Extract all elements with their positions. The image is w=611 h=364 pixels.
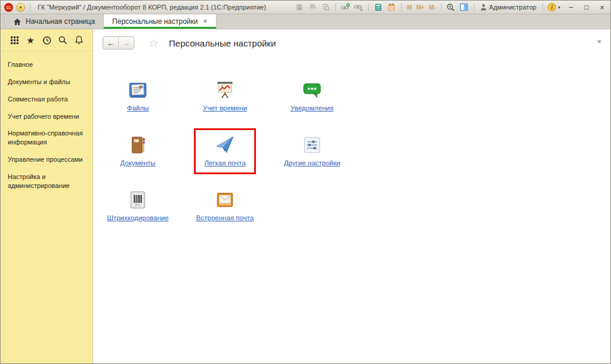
menu-grid-button[interactable] bbox=[8, 34, 20, 46]
print-preview-icon bbox=[322, 3, 330, 11]
envelope-icon bbox=[215, 190, 235, 210]
tile-builtin-mail[interactable]: Встроенная почта bbox=[181, 183, 269, 238]
calculator-button[interactable] bbox=[373, 2, 384, 13]
tab-close-icon[interactable]: × bbox=[203, 17, 208, 26]
memory-m-minus-button[interactable]: M- bbox=[428, 2, 437, 13]
split-window-button[interactable] bbox=[459, 2, 470, 13]
sidebar-item-reference-info[interactable]: Нормативно-справочная информация bbox=[1, 125, 92, 151]
separator bbox=[441, 3, 442, 11]
history-button[interactable] bbox=[41, 34, 53, 46]
svg-text:31: 31 bbox=[390, 6, 393, 10]
tile-notifications[interactable]: Уведомления bbox=[269, 73, 356, 128]
favorites-button[interactable]: ★ bbox=[24, 34, 36, 46]
separator bbox=[401, 3, 402, 11]
sidebar-item-settings-administration[interactable]: Настройка и администрирование bbox=[1, 168, 92, 195]
back-button[interactable]: ← bbox=[103, 37, 118, 49]
tile-documents[interactable]: Документы bbox=[94, 128, 181, 183]
separator bbox=[30, 3, 30, 11]
1c-logo-icon: 1С bbox=[4, 3, 13, 12]
separator bbox=[368, 3, 369, 11]
info-button[interactable]: i ▾ bbox=[547, 2, 560, 12]
user-indicator[interactable]: Администратор bbox=[479, 4, 538, 11]
info-icon: i bbox=[547, 2, 557, 12]
sidebar-toolbar: ★ bbox=[1, 29, 92, 51]
notifications-button[interactable] bbox=[73, 34, 85, 46]
save-icon bbox=[295, 3, 304, 11]
print-icon bbox=[308, 3, 317, 11]
app-window: 1С ▾ ГК "Меркурий" / Документооборот 8 К… bbox=[0, 0, 611, 364]
save-button[interactable] bbox=[294, 2, 305, 13]
search-icon bbox=[58, 35, 67, 45]
notification-bubble-icon bbox=[302, 80, 322, 100]
memory-m-plus-button[interactable]: M+ bbox=[415, 2, 425, 13]
tile-other-settings[interactable]: Другие настройки bbox=[269, 128, 356, 183]
tab-label: Начальная страница bbox=[26, 17, 95, 26]
window-close-button[interactable]: × bbox=[597, 2, 607, 12]
history-clock-icon bbox=[42, 35, 52, 45]
tile-time-tracking[interactable]: Учет времени bbox=[181, 73, 269, 128]
caret-down-icon: ▾ bbox=[558, 5, 560, 10]
grid-icon bbox=[10, 36, 19, 45]
add-link-icon bbox=[341, 3, 350, 11]
sections-menu: Главное Документы и файлы Совместная раб… bbox=[1, 51, 92, 195]
tab-personal-settings[interactable]: Персональные настройки × bbox=[104, 14, 216, 29]
tile-label[interactable]: Уведомления bbox=[291, 104, 334, 112]
star-outline-icon: ☆ bbox=[149, 37, 159, 50]
sidebar-item-time-tracking[interactable]: Учет рабочего времени bbox=[1, 108, 92, 125]
print-button[interactable] bbox=[307, 2, 318, 13]
sidebar-item-main[interactable]: Главное bbox=[1, 56, 92, 73]
separator bbox=[474, 3, 474, 11]
user-name: Администратор bbox=[489, 4, 536, 11]
star-icon: ★ bbox=[26, 36, 34, 45]
tile-files[interactable]: Файлы bbox=[94, 73, 181, 128]
back-arrow-icon: ← bbox=[107, 39, 115, 48]
memory-m-button[interactable]: M bbox=[406, 2, 413, 13]
svg-text:98765: 98765 bbox=[135, 204, 141, 206]
calculator-icon bbox=[374, 3, 382, 11]
forward-button[interactable]: → bbox=[118, 37, 134, 49]
add-to-favorites-button[interactable]: ☆ bbox=[149, 38, 159, 49]
sidebar-item-collaboration[interactable]: Совместная работа bbox=[1, 91, 92, 108]
sidebar-item-documents-files[interactable]: Документы и файлы bbox=[1, 73, 92, 91]
sidebar-item-process-management[interactable]: Управление процессами bbox=[1, 151, 92, 168]
separator bbox=[542, 3, 543, 11]
svg-text:i: i bbox=[551, 4, 553, 11]
page-close-button[interactable]: × bbox=[597, 37, 601, 46]
sliders-icon bbox=[302, 135, 322, 155]
page-header: ← → ☆ Персональные настройки × bbox=[93, 29, 610, 53]
titlebar-toolbar: 31 M M+ M- Администратор i ▾ – □ × bbox=[294, 2, 607, 13]
main-menu-button[interactable]: ▾ bbox=[16, 3, 25, 12]
page-title: Персональные настройки bbox=[169, 38, 276, 48]
print-preview-button[interactable] bbox=[320, 2, 331, 13]
split-window-icon bbox=[459, 3, 468, 11]
barcode-icon: 98765 bbox=[128, 190, 148, 210]
tile-barcoding[interactable]: 98765 Штрихкодирование bbox=[94, 183, 181, 238]
window-title: ГК "Меркурий" / Документооборот 8 КОРП, … bbox=[38, 4, 266, 11]
titlebar: 1С ▾ ГК "Меркурий" / Документооборот 8 К… bbox=[1, 1, 610, 14]
go-link-icon bbox=[354, 3, 363, 11]
get-link-button[interactable] bbox=[340, 2, 351, 13]
tab-home[interactable]: Начальная страница bbox=[4, 14, 104, 29]
window-body: ★ Главное Документы и файлы Совместная р… bbox=[1, 29, 610, 363]
tile-label[interactable]: Встроенная почта bbox=[196, 214, 254, 221]
tile-label[interactable]: Другие настройки bbox=[284, 159, 340, 166]
home-icon bbox=[13, 18, 21, 26]
search-button[interactable] bbox=[57, 34, 69, 46]
tile-label[interactable]: Штрихкодирование bbox=[107, 214, 168, 221]
go-to-link-button[interactable] bbox=[353, 2, 364, 13]
tile-label[interactable]: Легкая почта bbox=[204, 159, 245, 166]
tab-label: Персональные настройки bbox=[112, 17, 198, 26]
main-area: ← → ☆ Персональные настройки × Файлы bbox=[93, 29, 610, 363]
tile-label[interactable]: Документы bbox=[120, 159, 155, 166]
paper-plane-icon bbox=[215, 135, 235, 155]
zoom-button[interactable] bbox=[446, 2, 456, 13]
maximize-button[interactable]: □ bbox=[582, 2, 591, 12]
bell-icon bbox=[75, 35, 84, 45]
files-icon bbox=[128, 80, 148, 100]
tile-light-mail[interactable]: Легкая почта bbox=[181, 128, 269, 183]
tile-label[interactable]: Учет времени bbox=[203, 104, 247, 112]
tile-label[interactable]: Файлы bbox=[127, 104, 149, 112]
minimize-button[interactable]: – bbox=[566, 2, 576, 12]
sections-panel: ★ Главное Документы и файлы Совместная р… bbox=[1, 29, 93, 363]
calendar-button[interactable]: 31 bbox=[386, 2, 397, 13]
